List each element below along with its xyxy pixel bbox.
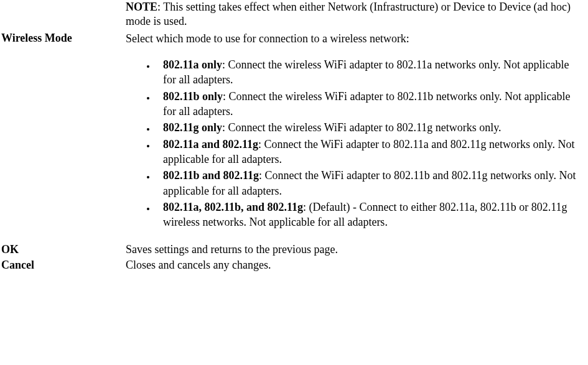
mode-name: 802.11b only — [163, 90, 223, 103]
ok-label: OK — [0, 243, 126, 256]
note-row: NOTE: This setting takes effect when eit… — [0, 0, 588, 29]
note-content: NOTE: This setting takes effect when eit… — [126, 0, 588, 29]
list-item: 802.11a and 802.11g: Connect the WiFi ad… — [156, 137, 582, 167]
list-item: 802.11a only: Connect the wireless WiFi … — [156, 57, 582, 88]
mode-name: 802.11a, 802.11b, and 802.11g — [163, 201, 303, 213]
list-item: 802.11b and 802.11g: Connect the WiFi ad… — [156, 168, 582, 198]
mode-name: 802.11b and 802.11g — [163, 169, 259, 182]
wireless-mode-list: 802.11a only: Connect the wireless WiFi … — [126, 57, 582, 229]
mode-desc: : Connect the wireless WiFi adapter to 8… — [163, 58, 569, 86]
wireless-mode-label: Wireless Mode — [0, 32, 126, 45]
wireless-mode-row: Wireless Mode Select which mode to use f… — [0, 32, 588, 241]
mode-name: 802.11a only — [163, 58, 222, 71]
mode-name: 802.11a and 802.11g — [163, 138, 258, 150]
note-text: : This setting takes effect when either … — [126, 1, 571, 27]
cancel-label: Cancel — [0, 259, 126, 272]
cancel-text: Closes and cancels any changes. — [126, 259, 588, 272]
list-item: 802.11b only: Connect the wireless WiFi … — [156, 89, 582, 119]
list-item: 802.11a, 802.11b, and 802.11g: (Default)… — [156, 200, 582, 230]
note-label: NOTE — [126, 1, 157, 13]
mode-desc: : Connect the wireless WiFi adapter to 8… — [163, 90, 571, 118]
ok-text: Saves settings and returns to the previo… — [126, 243, 588, 256]
cancel-row: Cancel Closes and cancels any changes. — [0, 259, 588, 272]
list-item: 802.11g only: Connect the wireless WiFi … — [156, 120, 582, 135]
ok-row: OK Saves settings and returns to the pre… — [0, 243, 588, 256]
mode-name: 802.11g only — [163, 121, 222, 134]
wireless-mode-content: Select which mode to use for connection … — [126, 32, 588, 241]
mode-desc: : Connect the wireless WiFi adapter to 8… — [222, 121, 502, 134]
wireless-mode-intro: Select which mode to use for connection … — [126, 32, 582, 46]
